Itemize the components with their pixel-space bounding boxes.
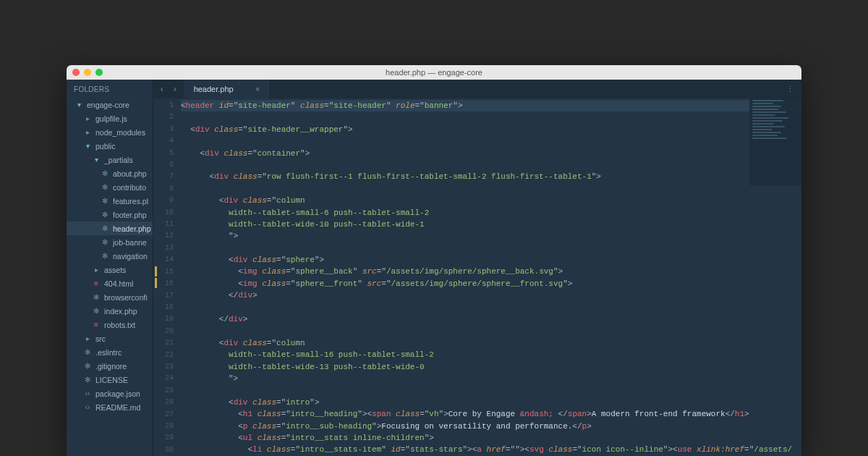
tree-item[interactable]: ✻LICENSE — [67, 373, 153, 387]
tree-item[interactable]: ✻job-banne — [67, 235, 153, 249]
code-line[interactable] — [181, 242, 801, 254]
tree-item[interactable]: ▾public — [67, 139, 153, 153]
line-gutter: 1234567891011121314151617181920212223242… — [153, 98, 178, 456]
tree-item-label: navigation — [113, 252, 148, 261]
folder-closed-icon: ▸ — [82, 128, 93, 136]
tree-item-label: 404.html — [104, 279, 133, 288]
tree-item[interactable]: ▾_partials — [67, 153, 153, 166]
tree-item[interactable]: ▸gulpfile.js — [67, 111, 153, 125]
line-number: 7 — [153, 171, 174, 182]
code-line[interactable]: <div class="sphere"> — [181, 254, 801, 266]
folder-open-icon: ▾ — [74, 101, 84, 109]
code-line[interactable]: "> — [181, 373, 801, 384]
file-code-icon: ‹› — [82, 389, 93, 397]
file-gen-icon: ✻ — [91, 307, 101, 315]
line-number: 20 — [153, 326, 174, 337]
tab-active[interactable]: header.php × — [184, 80, 271, 98]
tree-item[interactable]: ✻.gitignore — [67, 359, 153, 373]
tree-item[interactable]: ‹›README.md — [67, 400, 153, 414]
tree-item[interactable]: ▸node_modules — [67, 125, 153, 139]
tree-item[interactable]: ≡404.html — [67, 276, 153, 290]
minimap[interactable] — [749, 98, 801, 185]
file-red-icon: ≡ — [91, 279, 101, 287]
tab-overflow-icon[interactable]: ⋮ — [779, 80, 801, 98]
tree-item[interactable]: ✻navigation — [67, 249, 153, 263]
code-line[interactable] — [181, 135, 801, 147]
code-line[interactable]: </div> — [181, 290, 801, 301]
code-area[interactable]: 1234567891011121314151617181920212223242… — [153, 98, 801, 456]
tree-item-label: features.pl — [113, 197, 148, 206]
tree-item-label: browserconfi — [104, 293, 148, 302]
code-line[interactable]: width--tablet-wide-13 push--tablet-wide-… — [181, 361, 801, 373]
code-line[interactable]: "> — [181, 230, 801, 242]
tree-item[interactable]: ✻.eslintrc — [67, 345, 153, 359]
zoom-icon[interactable] — [95, 69, 103, 76]
line-number: 1 — [153, 100, 174, 111]
code-line[interactable] — [181, 183, 801, 195]
code-content[interactable]: <header id="site-header" class="site-hea… — [178, 98, 801, 456]
line-number: 19 — [153, 313, 174, 325]
code-line[interactable]: </div> — [181, 313, 801, 325]
tree-item[interactable]: ✻browserconfi — [67, 290, 153, 304]
code-line[interactable] — [181, 302, 801, 313]
file-gen-icon: ✻ — [82, 348, 93, 356]
code-line[interactable] — [181, 111, 801, 123]
tree-item-label: .eslintrc — [95, 348, 122, 357]
tree-item-label: header.php — [113, 224, 151, 233]
code-line[interactable]: width--tablet-small-6 push--tablet-small… — [181, 207, 801, 219]
titlebar[interactable]: header.php — engage-core — [67, 65, 801, 80]
folder-open-icon: ▾ — [91, 156, 101, 164]
file-gen-icon: ✻ — [82, 376, 93, 384]
nav-arrows: ‹ › — [153, 80, 184, 98]
code-line[interactable]: <div class="column — [181, 337, 801, 349]
nav-back-icon[interactable]: ‹ — [159, 84, 165, 95]
code-line[interactable]: width--tablet-small-16 push--tablet-smal… — [181, 349, 801, 360]
tab-close-icon[interactable]: × — [255, 85, 260, 93]
code-line[interactable]: <div class="intro"> — [181, 397, 801, 408]
code-line[interactable]: <img class="sphere__front" src="/assets/… — [181, 278, 801, 290]
line-number: 24 — [153, 373, 174, 384]
tree-item[interactable]: ‹›package.json — [67, 387, 153, 400]
tree-item-label: public — [95, 142, 115, 151]
code-line[interactable]: <div class="column — [181, 195, 801, 206]
code-line[interactable]: <img class="sphere__back" src="/assets/i… — [181, 266, 801, 277]
traffic-lights — [72, 69, 103, 76]
file-gen-icon: ✻ — [91, 293, 101, 301]
code-line[interactable] — [181, 325, 801, 337]
file-gen-icon: ✻ — [100, 197, 110, 205]
minimize-icon[interactable] — [84, 69, 91, 76]
code-line[interactable]: width--tablet-wide-10 push--tablet-wide-… — [181, 219, 801, 230]
code-line[interactable]: <li class="intro__stats-item" id="stats-… — [181, 444, 801, 455]
tree-item[interactable]: ▸assets — [67, 263, 153, 276]
tree-item-label: assets — [104, 266, 126, 274]
code-line[interactable] — [181, 159, 801, 171]
tree-item[interactable]: ✻header.php — [67, 221, 153, 235]
line-number: 4 — [153, 135, 174, 147]
code-line[interactable]: <header id="site-header" class="site-hea… — [181, 100, 801, 111]
code-line[interactable] — [181, 384, 801, 396]
tree-item[interactable]: ▾engage-core — [67, 98, 153, 111]
line-number: 13 — [153, 242, 174, 254]
tree-item[interactable]: ▸src — [67, 332, 153, 345]
tree-item[interactable]: ✻about.php — [67, 166, 153, 180]
close-icon[interactable] — [72, 69, 80, 76]
line-number: 5 — [153, 148, 174, 159]
folder-closed-icon: ▸ — [82, 114, 93, 122]
code-line[interactable]: <p class="intro__sub-heading">Focusing o… — [181, 421, 801, 432]
code-line[interactable]: <ul class="intro__stats inline-children"… — [181, 432, 801, 444]
tree-item[interactable]: ✻footer.php — [67, 208, 153, 221]
code-line[interactable]: <div class="site-header__wrapper"> — [181, 124, 801, 135]
tree-item[interactable]: ≡robots.txt — [67, 318, 153, 332]
line-number: 23 — [153, 361, 174, 373]
tree-item[interactable]: ✻features.pl — [67, 194, 153, 208]
code-line[interactable]: <h1 class="intro__heading"><span class="… — [181, 408, 801, 420]
line-number: 21 — [153, 337, 174, 349]
tree-item[interactable]: ✻index.php — [67, 304, 153, 318]
tree-item-label: README.md — [95, 403, 140, 412]
nav-forward-icon[interactable]: › — [172, 84, 178, 95]
code-line[interactable]: <div class="container"> — [181, 148, 801, 159]
tree-item[interactable]: ✻contributo — [67, 180, 153, 194]
line-number: 2 — [153, 111, 174, 123]
code-line[interactable]: <div class="row flush-first--1 flush-fir… — [181, 171, 801, 182]
tree-item-label: LICENSE — [95, 376, 128, 384]
